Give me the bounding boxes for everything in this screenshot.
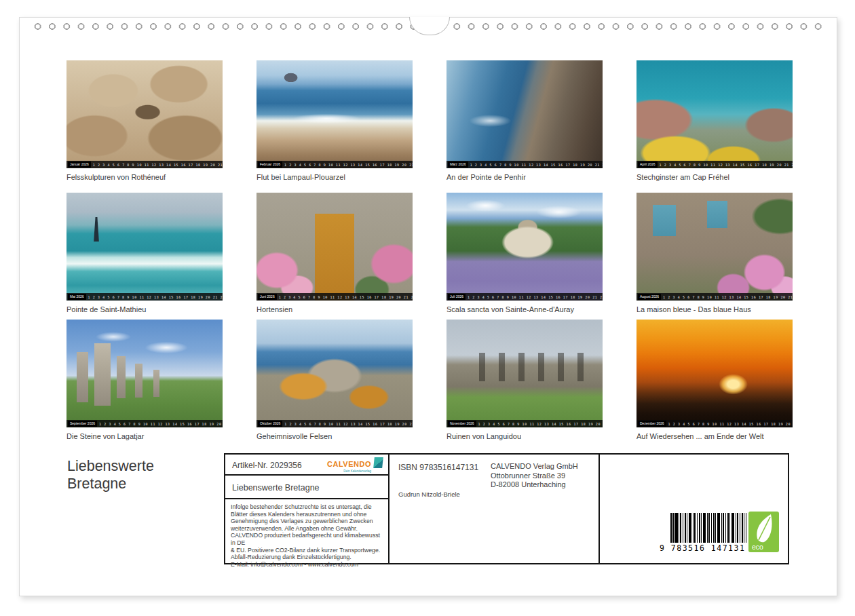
month-thumb-march: März 2026 1 2 3 4 5 6 7 8 9 10 11 12 13 … (446, 60, 603, 181)
month-thumb-april: April 2026 1 2 3 4 5 6 7 8 9 10 11 12 13… (636, 60, 793, 181)
month-label: Januar 2026 (68, 161, 91, 168)
author-name: Gudrun Nitzold-Briele (398, 490, 460, 498)
month-label: Dezember 2026 (638, 421, 666, 427)
month-label: Oktober 2026 (258, 421, 282, 427)
photo-caption: La maison bleue - Das blaue Haus (636, 305, 793, 313)
day-numbers: 1 2 3 4 5 6 7 8 9 10 11 12 13 14 15 16 1… (99, 422, 223, 426)
mini-calendar-strip: Dezember 2026 1 2 3 4 5 6 7 8 9 10 11 12… (636, 420, 793, 427)
month-thumb-august: August 2026 1 2 3 4 5 6 7 8 9 10 11 12 1… (636, 193, 793, 313)
photo-standing-stones: September 2026 1 2 3 4 5 6 7 8 9 10 11 1… (66, 320, 223, 427)
day-numbers: 1 2 3 4 5 6 7 8 9 10 11 12 13 14 15 16 1… (663, 295, 793, 299)
month-label: September 2026 (68, 421, 97, 427)
photo-gorse-coast: April 2026 1 2 3 4 5 6 7 8 9 10 11 12 13… (636, 60, 793, 168)
photo-blue-house: August 2026 1 2 3 4 5 6 7 8 9 10 11 12 1… (636, 193, 793, 301)
photo-lavender-basilica: Juli 2026 1 2 3 4 5 6 7 8 9 10 11 12 13 … (446, 193, 603, 301)
month-label: August 2026 (638, 294, 661, 300)
month-label: Juli 2026 (448, 294, 466, 300)
month-thumb-june: Juni 2026 1 2 3 4 5 6 7 8 9 10 11 12 13 … (256, 193, 413, 313)
mini-calendar-strip: Oktober 2026 1 2 3 4 5 6 7 8 9 10 11 12 … (256, 420, 413, 427)
calvendo-logo: CALVENDO Dein Kalenderverlag (327, 457, 383, 473)
day-numbers: 1 2 3 4 5 6 7 8 9 10 11 12 13 14 15 16 1… (660, 163, 793, 167)
eco-label: eco (752, 543, 763, 551)
calendar-title-box: Liebenswerte Bretagne (224, 474, 390, 499)
month-thumb-july: Juli 2026 1 2 3 4 5 6 7 8 9 10 11 12 13 … (446, 193, 603, 313)
legal-text: Infolge bestehender Schutzrechte ist es … (231, 503, 384, 568)
eco-logo: eco (748, 512, 779, 552)
photo-caption: Hortensien (256, 305, 413, 313)
month-thumb-september: September 2026 1 2 3 4 5 6 7 8 9 10 11 1… (66, 320, 223, 440)
mini-calendar-strip: Juni 2026 1 2 3 4 5 6 7 8 9 10 11 12 13 … (256, 293, 413, 301)
isbn-publisher-box: ISBN 9783516147131 CALVENDO Verlag GmbH … (388, 453, 600, 564)
page-title: Liebenswerte Bretagne (67, 457, 154, 493)
month-label: April 2026 (638, 161, 658, 168)
day-numbers: 1 2 3 4 5 6 7 8 9 10 11 12 13 14 15 16 1… (93, 163, 223, 167)
photo-sunset: Dezember 2026 1 2 3 4 5 6 7 8 9 10 11 12… (636, 320, 793, 427)
month-thumb-november: November 2026 1 2 3 4 5 6 7 8 9 10 11 12… (446, 320, 603, 440)
legal-text-box: Infolge bestehender Schutzrechte ist es … (224, 498, 390, 564)
ean-barcode: 9 783516 147131 (660, 513, 761, 553)
month-label: Juni 2026 (258, 294, 277, 300)
day-numbers: 1 2 3 4 5 6 7 8 9 10 11 12 13 14 15 16 1… (478, 422, 603, 426)
mini-calendar-strip: September 2026 1 2 3 4 5 6 7 8 9 10 11 1… (66, 420, 223, 427)
mini-calendar-strip: Januar 2026 1 2 3 4 5 6 7 8 9 10 11 12 1… (66, 161, 223, 168)
mini-calendar-strip: November 2026 1 2 3 4 5 6 7 8 9 10 11 12… (446, 420, 603, 427)
photo-caption: Stechginster am Cap Fréhel (636, 173, 793, 181)
photo-caption: Scala sancta von Sainte-Anne-d'Auray (446, 305, 603, 313)
photo-caption: Felsskulpturen von Rothéneuf (66, 173, 223, 181)
photo-lighthouse-sea: Mai 2026 1 2 3 4 5 6 7 8 9 10 11 12 13 1… (66, 193, 223, 301)
photo-caption: Auf Wiedersehen ... am Ende der Welt (636, 432, 793, 440)
photo-caption: Pointe de Saint-Mathieu (66, 305, 223, 313)
day-numbers: 1 2 3 4 5 6 7 8 9 10 11 12 13 14 15 16 1… (284, 422, 413, 426)
photo-caption: An der Pointe de Penhir (446, 173, 603, 181)
barcode-box: 9 783516 147131 eco (598, 453, 789, 564)
photo-rock-sculptures: Januar 2026 1 2 3 4 5 6 7 8 9 10 11 12 1… (66, 60, 223, 168)
isbn: ISBN 9783516147131 (398, 463, 478, 472)
day-numbers: 1 2 3 4 5 6 7 8 9 10 11 12 13 14 15 16 1… (88, 295, 223, 299)
month-label: März 2026 (448, 161, 468, 168)
calvendo-logo-word: CALVENDO (327, 460, 371, 468)
lighthouse-silhouette (92, 217, 100, 242)
mini-calendar-strip: Juli 2026 1 2 3 4 5 6 7 8 9 10 11 12 13 … (446, 293, 603, 301)
mini-calendar-strip: April 2026 1 2 3 4 5 6 7 8 9 10 11 12 13… (636, 161, 793, 168)
photo-chapel-ruins: November 2026 1 2 3 4 5 6 7 8 9 10 11 12… (446, 320, 603, 427)
calvendo-flag-icon (373, 457, 383, 468)
day-numbers: 1 2 3 4 5 6 7 8 9 10 11 12 13 14 15 16 1… (279, 295, 413, 299)
mini-calendar-strip: Mai 2026 1 2 3 4 5 6 7 8 9 10 11 12 13 1… (66, 293, 223, 301)
photo-caption: Die Steine von Lagatjar (66, 432, 223, 440)
day-numbers: 1 2 3 4 5 6 7 8 9 10 11 12 13 14 15 16 1… (668, 422, 793, 426)
month-thumb-december: Dezember 2026 1 2 3 4 5 6 7 8 9 10 11 12… (636, 320, 793, 440)
photo-caption: Geheimnisvolle Felsen (256, 432, 413, 440)
barcode-bars (670, 513, 746, 543)
calvendo-logo-tagline: Dein Kalenderverlag (327, 469, 371, 473)
month-thumb-january: Januar 2026 1 2 3 4 5 6 7 8 9 10 11 12 1… (66, 60, 223, 181)
mini-calendar-strip: August 2026 1 2 3 4 5 6 7 8 9 10 11 12 1… (636, 293, 793, 301)
leaf-icon (751, 513, 777, 544)
photo-mysterious-rocks: Oktober 2026 1 2 3 4 5 6 7 8 9 10 11 12 … (256, 320, 413, 427)
mini-calendar-strip: Februar 2026 1 2 3 4 5 6 7 8 9 10 11 12 … (256, 161, 413, 168)
calendar-back-page: Januar 2026 1 2 3 4 5 6 7 8 9 10 11 12 1… (19, 17, 837, 596)
barcode-number: 9 783516 147131 (660, 543, 761, 553)
calendar-title: Liebenswerte Bretagne (232, 483, 320, 493)
article-number: Artikel-Nr. 2029356 (232, 461, 302, 470)
month-thumb-may: Mai 2026 1 2 3 4 5 6 7 8 9 10 11 12 13 1… (66, 193, 223, 313)
photo-caption: Ruinen von Languidou (446, 432, 603, 440)
hanger-notch (409, 17, 450, 35)
photo-beach-tide: Februar 2026 1 2 3 4 5 6 7 8 9 10 11 12 … (256, 60, 413, 168)
month-thumb-february: Februar 2026 1 2 3 4 5 6 7 8 9 10 11 12 … (256, 60, 413, 181)
photo-cliffs: März 2026 1 2 3 4 5 6 7 8 9 10 11 12 13 … (446, 60, 603, 168)
article-number-box: Artikel-Nr. 2029356 CALVENDO Dein Kalend… (224, 453, 390, 476)
month-label: Mai 2026 (68, 294, 86, 300)
day-numbers: 1 2 3 4 5 6 7 8 9 10 11 12 13 14 15 16 1… (284, 163, 413, 167)
day-numbers: 1 2 3 4 5 6 7 8 9 10 11 12 13 14 15 16 1… (470, 163, 603, 167)
month-label: Februar 2026 (258, 161, 282, 168)
day-numbers: 1 2 3 4 5 6 7 8 9 10 11 12 13 14 15 16 1… (468, 295, 603, 299)
photo-door-hydrangeas: Juni 2026 1 2 3 4 5 6 7 8 9 10 11 12 13 … (256, 193, 413, 301)
photo-caption: Flut bei Lampaul-Plouarzel (256, 173, 413, 181)
publisher-address: CALVENDO Verlag GmbH Ottobrunner Straße … (491, 462, 578, 490)
mini-calendar-strip: März 2026 1 2 3 4 5 6 7 8 9 10 11 12 13 … (446, 161, 603, 168)
month-label: November 2026 (448, 421, 476, 427)
month-thumb-october: Oktober 2026 1 2 3 4 5 6 7 8 9 10 11 12 … (256, 320, 413, 440)
